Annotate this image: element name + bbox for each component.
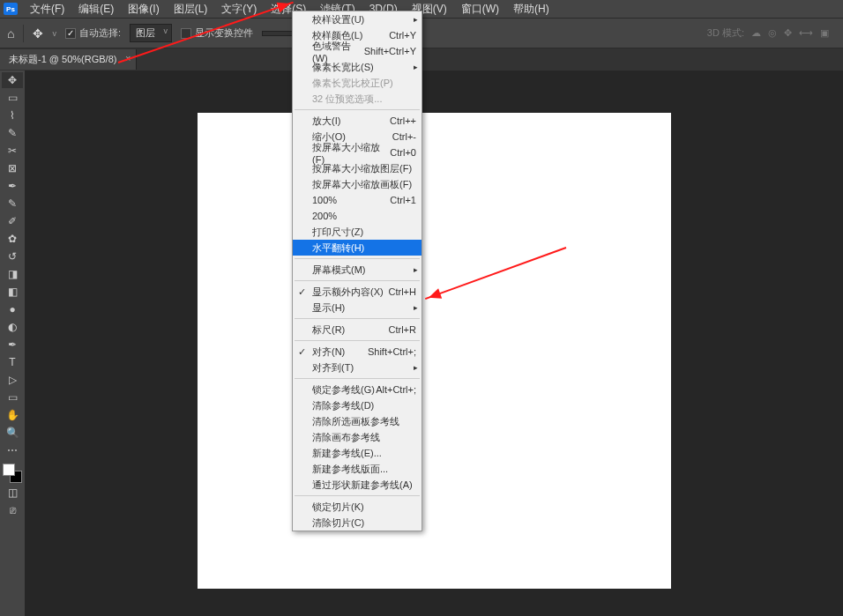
history-brush-tool[interactable]: ↺: [2, 249, 23, 264]
menu-item-2[interactable]: 色域警告(W)Shift+Ctrl+Y: [293, 43, 422, 59]
menu-item-label: 清除画布参考线: [312, 431, 416, 444]
menu-item-28[interactable]: 清除参考线(D): [293, 397, 422, 413]
quickmask-tool[interactable]: ◫: [2, 485, 23, 501]
menu-help[interactable]: 帮助(H): [506, 0, 556, 19]
menu-item-0[interactable]: 校样设置(U)▸: [293, 11, 422, 27]
menu-item-shortcut: Alt+Ctrl+;: [376, 384, 416, 395]
text-tool[interactable]: T: [2, 354, 23, 370]
menu-separator: [295, 378, 420, 379]
menu-item-27[interactable]: 锁定参考线(G)Alt+Ctrl+;: [293, 382, 422, 397]
menu-item-17[interactable]: 屏幕模式(M)▸: [293, 262, 422, 278]
screenmode-tool[interactable]: ⎚: [2, 502, 23, 518]
home-icon[interactable]: ⌂: [7, 26, 14, 41]
menu-item-label: 标尺(R): [312, 323, 389, 337]
submenu-arrow-icon: ▸: [414, 265, 418, 274]
3d-rotate-icon[interactable]: ◎: [768, 27, 777, 39]
3d-pan-icon[interactable]: ✥: [784, 27, 792, 39]
quick-select-tool[interactable]: ✎: [2, 125, 23, 141]
gradient-tool[interactable]: ◧: [2, 284, 23, 300]
submenu-arrow-icon: ▸: [414, 303, 418, 312]
path-select-tool[interactable]: ▷: [2, 372, 23, 388]
auto-select-label: 自动选择:: [79, 27, 121, 38]
menu-item-label: 锁定参考线(G): [312, 383, 376, 397]
eraser-tool[interactable]: ◨: [2, 266, 23, 282]
menu-separator: [295, 340, 420, 341]
menu-image[interactable]: 图像(I): [121, 0, 166, 19]
menu-item-label: 放大(I): [312, 115, 390, 128]
eyedropper-tool[interactable]: ✒: [2, 178, 23, 194]
menu-item-20[interactable]: 显示(H)▸: [293, 300, 422, 315]
menu-item-shortcut: Ctrl+0: [390, 147, 416, 158]
menu-separator: [295, 280, 420, 281]
submenu-arrow-icon: ▸: [414, 363, 418, 372]
menu-item-label: 通过形状新建参考线(A): [312, 479, 416, 492]
layer-dropdown[interactable]: 图层: [130, 24, 172, 42]
frame-tool[interactable]: ⊠: [2, 160, 23, 176]
menu-item-25[interactable]: 对齐到(T)▸: [293, 360, 422, 375]
pen-tool[interactable]: ✒: [2, 337, 23, 353]
dodge-tool[interactable]: ◐: [2, 319, 23, 335]
menu-item-shortcut: Shift+Ctrl+;: [368, 346, 416, 357]
move-tool[interactable]: ✥: [2, 72, 23, 88]
menu-item-9[interactable]: 按屏幕大小缩放(F)Ctrl+0: [293, 145, 422, 160]
menu-item-22[interactable]: 标尺(R)Ctrl+R: [293, 322, 422, 338]
menu-item-label: 校样设置(U): [312, 13, 416, 26]
document-tab[interactable]: 未标题-1 @ 50%(RGB/8): [0, 49, 137, 70]
menu-item-3[interactable]: 像素长宽比(S)▸: [293, 59, 422, 75]
healing-tool[interactable]: ✎: [2, 196, 23, 212]
menu-item-label: 显示(H): [312, 301, 416, 315]
submenu-arrow-icon: ▸: [414, 15, 418, 24]
menu-item-32[interactable]: 新建参考线版面...: [293, 461, 422, 477]
3d-orbit-icon[interactable]: ☁: [751, 27, 761, 39]
menu-item-12[interactable]: 100%Ctrl+1: [293, 192, 422, 208]
menu-layer[interactable]: 图层(L): [167, 0, 215, 19]
color-swatches[interactable]: [3, 464, 22, 483]
menu-item-15[interactable]: 水平翻转(H): [293, 240, 422, 256]
menu-item-19[interactable]: ✓显示额外内容(X)Ctrl+H: [293, 284, 422, 300]
menu-window[interactable]: 窗口(W): [454, 0, 506, 19]
menu-item-10[interactable]: 按屏幕大小缩放图层(F): [293, 160, 422, 176]
3d-camera-icon[interactable]: ▣: [820, 27, 829, 39]
brush-tool[interactable]: ✐: [2, 213, 23, 229]
foreground-swatch[interactable]: [3, 464, 15, 476]
menu-edit[interactable]: 编辑(E): [71, 0, 121, 19]
menu-item-14[interactable]: 打印尺寸(Z): [293, 224, 422, 240]
blur-tool[interactable]: ●: [2, 301, 23, 317]
menu-item-label: 新建参考线(E)...: [312, 447, 416, 460]
menu-file[interactable]: 文件(F): [23, 0, 71, 19]
menu-item-36[interactable]: 清除切片(C): [293, 515, 422, 531]
lasso-tool[interactable]: ⌇: [2, 108, 23, 123]
menu-item-label: 屏幕模式(M): [312, 263, 416, 277]
menu-item-7[interactable]: 放大(I)Ctrl++: [293, 113, 422, 129]
menu-item-label: 按屏幕大小缩放图层(F): [312, 162, 416, 175]
hand-tool[interactable]: ✋: [2, 407, 23, 423]
marquee-tool[interactable]: ▭: [2, 90, 23, 106]
stamp-tool[interactable]: ✿: [2, 231, 23, 247]
menu-item-label: 新建参考线版面...: [312, 463, 416, 476]
menu-item-29[interactable]: 清除所选画板参考线: [293, 413, 422, 429]
menu-item-5: 32 位预览选项...: [293, 91, 422, 107]
canvas[interactable]: [198, 113, 671, 589]
menu-item-31[interactable]: 新建参考线(E)...: [293, 445, 422, 461]
menu-item-shortcut: Ctrl+R: [389, 324, 416, 335]
edit-toolbar[interactable]: ⋯: [2, 442, 23, 458]
menu-item-shortcut: Ctrl+-: [392, 131, 416, 142]
menu-separator: [295, 495, 420, 496]
menu-item-shortcut: Ctrl+1: [390, 195, 416, 205]
auto-select-checkbox[interactable]: [65, 28, 76, 39]
menu-item-label: 32 位预览选项...: [312, 93, 416, 106]
menu-item-label: 对齐到(T): [312, 361, 416, 375]
menu-item-35[interactable]: 锁定切片(K): [293, 499, 422, 515]
check-icon: ✓: [298, 286, 306, 298]
menu-item-33[interactable]: 通过形状新建参考线(A): [293, 477, 422, 493]
zoom-tool[interactable]: 🔍: [2, 425, 23, 441]
menu-item-30[interactable]: 清除画布参考线: [293, 429, 422, 445]
menu-item-label: 清除所选画板参考线: [312, 415, 416, 428]
3d-slide-icon[interactable]: ⟷: [799, 27, 813, 39]
crop-tool[interactable]: ✂: [2, 143, 23, 159]
menu-item-24[interactable]: ✓对齐(N)Shift+Ctrl+;: [293, 344, 422, 360]
menu-item-13[interactable]: 200%: [293, 208, 422, 224]
canvas-area: [25, 71, 843, 616]
shape-tool[interactable]: ▭: [2, 390, 23, 405]
menu-item-11[interactable]: 按屏幕大小缩放画板(F): [293, 176, 422, 192]
